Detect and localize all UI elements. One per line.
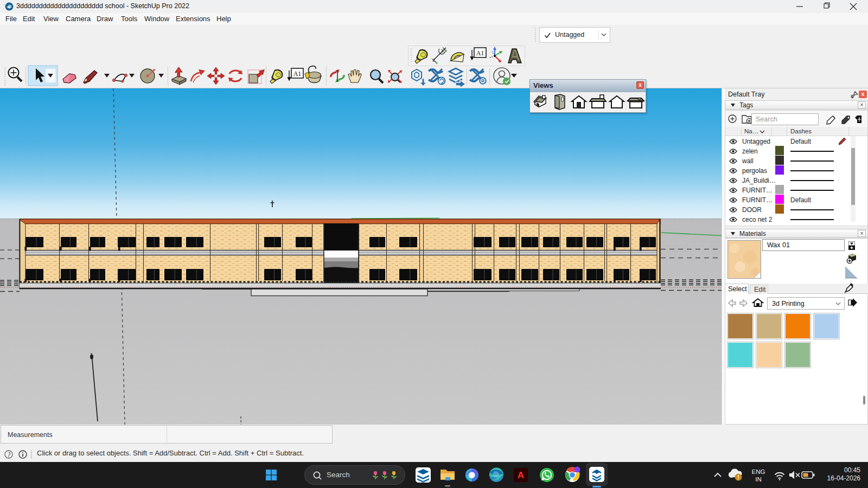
- svg-text:ENG: ENG: [752, 468, 765, 475]
- svg-text:A1: A1: [293, 70, 302, 78]
- svg-text:!: !: [737, 474, 739, 480]
- svg-text:IN: IN: [755, 476, 762, 483]
- svg-text:A1: A1: [476, 49, 484, 57]
- svg-text:A: A: [518, 470, 524, 480]
